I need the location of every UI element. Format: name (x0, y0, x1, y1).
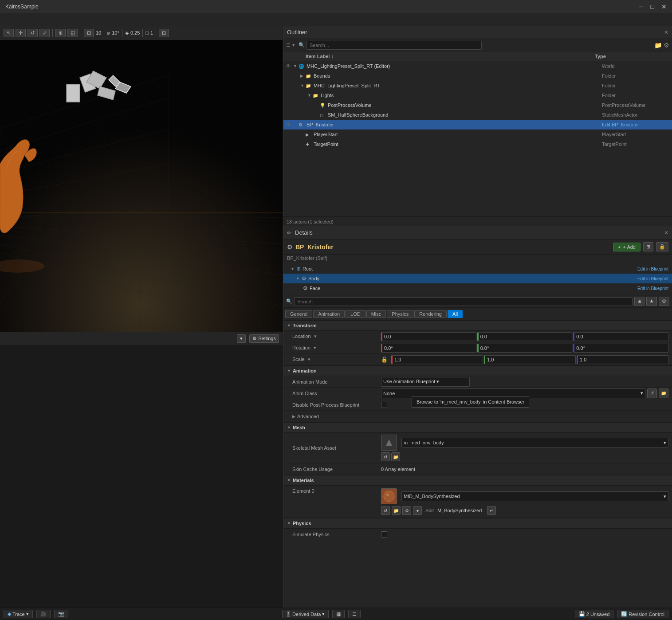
outliner-filter-icon[interactable]: ☰ (286, 42, 291, 48)
location-x-input[interactable] (381, 332, 476, 341)
filter-tab-all[interactable]: All (448, 310, 463, 318)
skeletal-reset-btn[interactable]: ↺ (381, 452, 390, 461)
details-search-input[interactable] (294, 297, 633, 306)
tree-item-world[interactable]: 👁 ▼ 🌐 MHC_LightingPreset_Split_RT (Edito… (283, 61, 672, 71)
material-dropdown[interactable]: MID_M_BodySynthesized ▾ (401, 491, 668, 501)
tree-item-bp-kristofer[interactable]: 👁 ⚙ BP_Kristofer Edit BP_Kristofer (283, 120, 672, 129)
filter-tab-general[interactable]: General (285, 310, 312, 318)
comp-root[interactable]: ▼ ⊕ Root Edit in Blueprint (283, 264, 672, 274)
vis-bp[interactable]: 👁 (283, 120, 293, 129)
rotation-y-input[interactable] (477, 344, 573, 353)
details-gear-btn[interactable]: ⚙ (659, 297, 669, 306)
tree-item-lights[interactable]: ▼ 📁 Lights Folder (283, 90, 672, 100)
mat-reset-btn[interactable]: ↺ (381, 506, 390, 515)
scale-tool-btn[interactable]: ⤢ (39, 29, 50, 37)
camera-btn[interactable]: ◱ (67, 29, 78, 37)
move-tool-btn[interactable]: ✛ (16, 29, 26, 37)
anim-class-reset-btn[interactable]: ↺ (647, 388, 657, 398)
expand-mhc[interactable]: ▼ (300, 83, 306, 88)
anim-class-browse-btn[interactable]: 📁 (659, 388, 668, 398)
expand-root[interactable]: ▼ (291, 267, 295, 271)
details-close-btn[interactable]: ✕ (664, 230, 668, 236)
viewport[interactable] (0, 40, 283, 333)
rotation-z-input[interactable] (573, 344, 668, 353)
location-y-input[interactable] (477, 332, 573, 341)
rotation-x-input[interactable] (381, 344, 476, 353)
materials-section-header[interactable]: ▼ Materials (283, 475, 672, 486)
viewport-settings-btn[interactable]: ⚙ Settings (249, 334, 279, 343)
outliner-folder-btn[interactable]: 📁 (654, 42, 662, 49)
screenshot-btn[interactable]: 📷 (54, 610, 68, 618)
outliner-filter-arrow[interactable]: ▾ (292, 42, 295, 48)
tree-item-sphere[interactable]: ◻ SM_HalfSphereBackground StaticMeshActo… (283, 110, 672, 120)
animation-section-header[interactable]: ▼ Animation (283, 365, 672, 376)
close-btn[interactable]: ✕ (661, 3, 667, 10)
mat-arrow-btn[interactable]: ▾ (413, 506, 422, 515)
location-z-input[interactable] (573, 332, 668, 341)
action-root[interactable]: Edit in Blueprint (637, 267, 668, 271)
viewport-arrow-btn[interactable]: ▾ (237, 334, 246, 343)
tree-item-bounds[interactable]: ▶ 📁 Bounds Folder (283, 71, 672, 81)
details-fav-btn[interactable]: ★ (646, 297, 657, 306)
grid-toggle-btn[interactable]: ⊞ (84, 29, 94, 37)
rotation-dropdown-icon[interactable]: ▾ (314, 345, 316, 350)
outliner-search-input[interactable] (307, 41, 482, 50)
filter-tab-animation[interactable]: Animation (313, 310, 345, 318)
mesh-section-header[interactable]: ▼ Mesh (283, 422, 672, 433)
scale-y-input[interactable] (484, 355, 576, 364)
rotate-tool-btn[interactable]: ↺ (28, 29, 38, 37)
physics-section-header[interactable]: ▼ Physics (283, 518, 672, 529)
filter-tab-physics[interactable]: Physics (387, 310, 413, 318)
bars-btn[interactable]: ▦ (332, 610, 345, 618)
mat-edit-btn[interactable]: ⚙ (402, 506, 411, 515)
layout-btn[interactable]: ⊞ (159, 29, 169, 37)
derived-data-btn[interactable]: 🗄 Derived Data ▾ (282, 610, 329, 618)
comp-face[interactable]: ⚙ Face Edit in Blueprint (283, 283, 672, 293)
comp-body[interactable]: ▼ ⚙ Body Edit in Blueprint (283, 274, 672, 283)
mat-browse-btn[interactable]: 📁 (392, 506, 401, 515)
skeletal-mesh-dropdown[interactable]: m_med_nrw_body ▾ (401, 438, 668, 447)
expand-lights[interactable]: ▼ (307, 93, 313, 98)
disable-pp-checkbox[interactable] (381, 402, 387, 408)
add-component-btn[interactable]: + + Add (613, 243, 641, 251)
lock-actor-btn[interactable]: 🔒 (656, 242, 668, 251)
select-tool-btn[interactable]: ↖ (4, 29, 14, 37)
blueprint-dropdown-btn[interactable]: ⊞ (643, 242, 653, 251)
tree-item-mhc[interactable]: ▼ 📁 MHC_LightingPreset_Split_RT Folder (283, 81, 672, 90)
skeletal-browse-btn[interactable]: 📁 (391, 452, 400, 461)
minimize-btn[interactable]: ─ (639, 3, 644, 10)
scale-lock-icon[interactable]: 🔓 (381, 357, 388, 363)
world-btn[interactable]: ⊕ (55, 29, 66, 37)
location-dropdown-icon[interactable]: ▾ (314, 334, 317, 339)
vis-icon-world[interactable]: 👁 (283, 61, 293, 71)
details-table-btn[interactable]: ⊞ (634, 297, 644, 306)
action-face[interactable]: Edit in Blueprint (637, 286, 668, 291)
filter-tab-rendering[interactable]: Rendering (414, 310, 447, 318)
anim-mode-dropdown[interactable]: Use Animation Blueprint ▾ (381, 377, 470, 387)
scale-dropdown-icon[interactable]: ▾ (308, 357, 310, 362)
scale-x-input[interactable] (391, 355, 483, 364)
outliner-close-btn[interactable]: ✕ (664, 29, 668, 35)
advanced-row[interactable]: ▶ Advanced (283, 411, 672, 422)
simulate-physics-checkbox[interactable] (381, 531, 387, 538)
maximize-btn[interactable]: □ (651, 3, 654, 10)
unsaved-btn[interactable]: 💾 2 Unsaved (575, 610, 614, 618)
filter-tab-misc[interactable]: Misc (366, 310, 386, 318)
expand-world[interactable]: ▼ (293, 64, 299, 68)
camera-capture-btn[interactable]: 🎥 (36, 610, 51, 618)
revision-control-btn[interactable]: 🔄 Revision Control (617, 610, 668, 618)
mat-undo-btn[interactable]: ↩ (487, 506, 496, 515)
filter-tab-lod[interactable]: LOD (346, 310, 365, 318)
tree-item-ppv[interactable]: 💡 PostProcessVolume PostProcessVolume (283, 100, 672, 110)
type-bp[interactable]: Edit BP_Kristofer (602, 122, 668, 127)
expand-bounds[interactable]: ▶ (300, 74, 306, 78)
list-btn[interactable]: ☰ (348, 610, 361, 618)
tree-item-playerstart[interactable]: ▶ PlayerStart PlayerStart (283, 129, 672, 139)
trace-btn[interactable]: ◆ Trace ▾ (4, 610, 33, 618)
transform-section-header[interactable]: ▼ Transform (283, 320, 672, 331)
action-body[interactable]: Edit in Blueprint (637, 276, 668, 281)
tree-item-targetpoint[interactable]: ✚ TargetPoint TargetPoint (283, 139, 672, 149)
scale-z-input[interactable] (577, 355, 668, 364)
expand-body[interactable]: ▼ (296, 276, 300, 281)
anim-class-dropdown[interactable]: None ▾ (381, 388, 645, 398)
